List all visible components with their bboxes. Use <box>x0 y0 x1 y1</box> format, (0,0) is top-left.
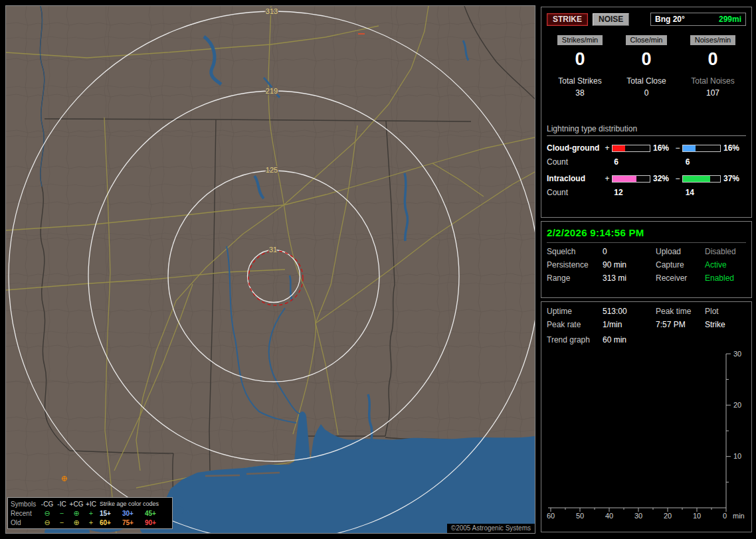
persistence-value: 90 min <box>603 261 656 270</box>
cg-plus-count: 6 <box>603 157 674 167</box>
ring-label-31: 31 <box>269 246 277 254</box>
strikes-per-min-badge: Strikes/min <box>557 35 603 45</box>
legend-recent-row: Recent ⊖ − ⊕ + 15+ 30+ 45+ <box>11 508 169 518</box>
legend-old-label: Old <box>11 519 40 526</box>
cloud-ground-row: Cloud-ground + 16% − 16% <box>547 143 746 153</box>
range-row: Range 313 mi Receiver Enabled <box>547 274 746 283</box>
plot-label: Plot <box>705 307 746 316</box>
legend-old-row: Old ⊖ − ⊕ + 60+ 75+ 90+ <box>11 518 169 527</box>
noises-rate-column: Noises/min 0 Total Noises 107 <box>680 35 746 98</box>
map-canvas: 313 219 125 31 <box>6 6 535 533</box>
cg-minus-bar <box>682 145 721 152</box>
cg-plus-percent: 16% <box>652 143 674 153</box>
peak-rate-row: Peak rate 1/min 7:57 PM Strike <box>547 321 746 329</box>
noises-per-min-value: 0 <box>708 50 717 68</box>
map-legend: Symbols -CG -IC +CG +IC Strike age color… <box>7 497 173 529</box>
trend-graph-chart: 30 20 10 60 50 40 30 20 10 0 min <box>547 348 746 522</box>
bearing-display: Bng 20° 299mi <box>650 13 746 26</box>
range-value: 313 mi <box>603 274 656 283</box>
intracloud-label: Intracloud <box>547 174 604 183</box>
strike-mode-button[interactable]: STRIKE <box>547 13 588 26</box>
strike-stats-panel: STRIKE NOISE Bng 20° 299mi Strikes/min 0… <box>541 7 752 218</box>
x-tick-20: 20 <box>664 512 672 520</box>
legend-col-pcg: +CG <box>69 501 84 508</box>
cloud-ground-count-row: Count 6 6 <box>547 157 746 167</box>
neg-ic-recent-icon: − <box>54 510 69 517</box>
range-label: Range <box>547 274 603 283</box>
plot-value: Strike <box>705 321 746 329</box>
y-tick-20: 20 <box>733 401 741 409</box>
capture-status: Active <box>705 261 746 270</box>
rate-grid: Strikes/min 0 Total Strikes 38 Close/min… <box>547 35 746 98</box>
trend-graph-label: Trend graph <box>547 336 603 345</box>
datetime-display: 2/2/2026 9:14:56 PM <box>547 227 746 243</box>
ic-minus-bar-fill <box>683 176 710 182</box>
ic-plus-count: 12 <box>603 188 674 197</box>
receiver-label: Receiver <box>656 274 705 283</box>
ic-plus-bar-fill <box>613 176 636 182</box>
capture-label: Capture <box>656 261 705 270</box>
uptime-value: 513:00 <box>603 307 656 316</box>
ic-plus-percent: 32% <box>652 174 674 183</box>
app-window: { "map": { "ring_labels": {"r1": "313", … <box>0 0 756 539</box>
legend-col-pic: +IC <box>84 501 98 508</box>
cg-minus-bar-fill <box>683 145 696 151</box>
squelch-row: Squelch 0 Upload Disabled <box>547 248 746 256</box>
ring-label-313: 313 <box>266 7 278 15</box>
x-tick-10: 10 <box>693 512 701 520</box>
cg-plus-bar <box>612 145 650 152</box>
bearing-label: Bng 20° <box>655 15 685 24</box>
trend-axis-labels: 30 20 10 60 50 40 30 20 10 0 min <box>547 350 745 520</box>
x-tick-60: 60 <box>547 512 555 520</box>
cg-minus-percent: 16% <box>722 143 745 153</box>
minus-sign: − <box>674 174 681 183</box>
plus-sign: + <box>604 143 611 153</box>
total-noises-value: 107 <box>706 88 719 98</box>
pos-cg-old-icon: ⊕ <box>69 519 84 526</box>
y-tick-10: 10 <box>733 452 741 460</box>
pos-cg-recent-icon: ⊕ <box>69 510 84 517</box>
peak-rate-value: 1/min <box>603 321 656 329</box>
noises-per-min-badge: Noises/min <box>690 35 735 45</box>
count-label: Count <box>547 188 603 197</box>
total-strikes-label: Total Strikes <box>558 76 601 86</box>
distribution-title: Lightning type distribution <box>547 124 746 136</box>
strikes-rate-column: Strikes/min 0 Total Strikes 38 <box>547 35 613 98</box>
cg-plus-bar-fill <box>613 145 625 151</box>
persistence-row: Persistence 90 min Capture Active <box>547 261 746 270</box>
legend-header-row: Symbols -CG -IC +CG +IC Strike age color… <box>11 499 169 508</box>
age-75: 75+ <box>121 519 143 526</box>
total-noises-label: Total Noises <box>691 76 734 86</box>
x-tick-40: 40 <box>605 512 613 520</box>
lightning-map[interactable]: 313 219 125 31 Symbols -CG -IC +CG +IC S… <box>5 5 535 534</box>
age-90: 90+ <box>143 519 166 526</box>
ring-label-219: 219 <box>266 87 278 95</box>
age-60: 60+ <box>98 519 121 526</box>
pos-ic-old-icon: + <box>84 519 98 526</box>
total-close-value: 0 <box>644 88 649 98</box>
squelch-value: 0 <box>603 248 656 256</box>
peak-rate-label: Peak rate <box>547 321 603 329</box>
uptime-row: Uptime 513:00 Peak time Plot <box>547 307 746 316</box>
neg-cg-old-icon: ⊖ <box>40 519 54 526</box>
neg-ic-old-icon: − <box>54 519 69 526</box>
intracloud-row: Intracloud + 32% − 37% <box>547 174 746 183</box>
upload-status: Disabled <box>705 248 746 256</box>
ic-minus-count: 14 <box>675 188 746 197</box>
legend-recent-label: Recent <box>11 510 40 517</box>
uptime-label: Uptime <box>547 307 603 316</box>
mode-button-row: STRIKE NOISE Bng 20° 299mi <box>547 13 746 26</box>
age-45: 45+ <box>143 510 166 517</box>
close-per-min-value: 0 <box>641 50 651 68</box>
ic-minus-bar <box>682 175 721 183</box>
peak-time-value: 7:57 PM <box>656 321 705 329</box>
trend-panel: Uptime 513:00 Peak time Plot Peak rate 1… <box>541 301 752 532</box>
x-tick-0: 0 <box>723 512 727 520</box>
plus-sign: + <box>604 174 611 183</box>
peak-time-label: Peak time <box>656 307 705 316</box>
noise-mode-button[interactable]: NOISE <box>593 13 629 26</box>
ic-plus-bar <box>612 175 650 183</box>
age-30: 30+ <box>121 510 143 517</box>
squelch-label: Squelch <box>547 248 603 256</box>
total-close-label: Total Close <box>626 76 666 86</box>
